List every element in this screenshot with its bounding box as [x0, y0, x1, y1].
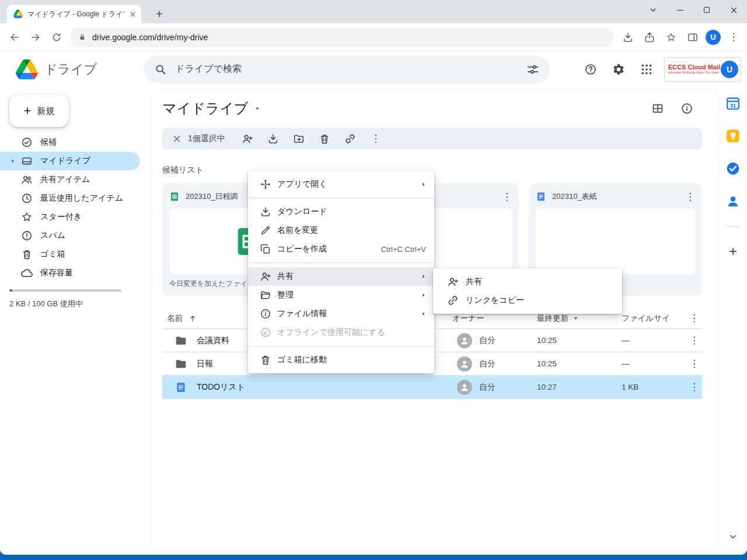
- browser-menu-kebab[interactable]: ⋮: [725, 29, 742, 46]
- reload-button[interactable]: [48, 29, 65, 46]
- column-header-owner[interactable]: オーナー: [452, 313, 537, 324]
- window-minimize-button[interactable]: [666, 0, 693, 20]
- tab-search-chevron[interactable]: [640, 0, 666, 20]
- table-row-selected[interactable]: TODOリスト 自分 10:27 1 KB ⋮: [162, 376, 702, 399]
- browser-toolbar: drive.google.com/drive/my-drive U ⋮: [0, 23, 747, 51]
- sidebar-item-spam[interactable]: スパム: [0, 226, 140, 245]
- address-bar[interactable]: drive.google.com/drive/my-drive: [70, 27, 613, 47]
- menu-item-share[interactable]: 共有: [248, 267, 434, 286]
- app-name: ドライブ: [44, 61, 97, 78]
- column-header-size[interactable]: ファイルサイ: [622, 313, 686, 324]
- menu-item-move-to-trash[interactable]: ゴミ箱に移動: [248, 351, 434, 369]
- sidebar-item-label: 最近使用したアイテム: [40, 193, 123, 204]
- owner-cell: 自分: [452, 380, 537, 395]
- folder-icon: [175, 335, 187, 346]
- sidebar-item-recent[interactable]: 最近使用したアイテム: [0, 189, 140, 208]
- copy-icon: [260, 243, 271, 255]
- owner-name: 自分: [479, 335, 495, 346]
- settings-gear-icon[interactable]: [608, 59, 629, 80]
- card-more-kebab[interactable]: ⋮: [685, 192, 695, 202]
- toolbar-trash-icon[interactable]: [312, 129, 337, 149]
- offline-check-icon: [260, 327, 271, 338]
- toolbar-move-icon[interactable]: [286, 129, 312, 149]
- google-apps-icon[interactable]: [636, 59, 657, 80]
- account-badge-subtitle: Information Technology Center, The Unive…: [668, 71, 719, 75]
- sort-ascending-icon[interactable]: [189, 314, 197, 323]
- search-options-icon[interactable]: [526, 63, 539, 76]
- grid-view-icon[interactable]: [651, 102, 664, 115]
- size-cell: 1 KB: [622, 383, 686, 391]
- window-maximize-button[interactable]: [693, 0, 720, 20]
- spam-alert-icon: [21, 230, 33, 242]
- table-settings-kebab[interactable]: ⋮: [686, 313, 702, 323]
- sidebar-item-label: スター付き: [40, 212, 82, 222]
- back-button[interactable]: [6, 29, 23, 46]
- card-thumbnail[interactable]: [536, 208, 695, 274]
- lock-icon[interactable]: [78, 33, 86, 41]
- menu-item-download[interactable]: ダウンロード: [248, 202, 434, 221]
- browser-tab[interactable]: マイドライブ - Google ドライブ: [7, 5, 141, 23]
- sidebar-item-shared[interactable]: 共有アイテム: [0, 170, 140, 189]
- clear-selection-icon[interactable]: [167, 129, 187, 149]
- details-info-icon[interactable]: [680, 102, 693, 115]
- keep-icon[interactable]: [725, 128, 741, 144]
- pencil-icon: [260, 225, 271, 236]
- drive-logo-wrap[interactable]: ドライブ: [16, 58, 144, 80]
- title-caret-down-icon[interactable]: [253, 104, 261, 113]
- toolbar-more-kebab[interactable]: ⋮: [363, 129, 389, 149]
- calendar-icon[interactable]: [725, 96, 741, 111]
- sidebar-item-my-drive[interactable]: マイドライブ: [0, 152, 140, 170]
- drive-search-bar[interactable]: ドライブで検索: [144, 55, 550, 83]
- menu-item-label: 共有: [277, 271, 414, 282]
- toolbar-actions: U ⋮: [619, 29, 742, 46]
- page-title[interactable]: マイドライブ: [162, 99, 261, 118]
- toolbar-download-icon[interactable]: [260, 129, 286, 149]
- window-close-button[interactable]: [720, 0, 747, 20]
- contacts-icon[interactable]: [725, 194, 741, 209]
- new-tab-button[interactable]: +: [151, 5, 168, 23]
- account-badge[interactable]: ECCS Cloud Mail Information Technology C…: [664, 57, 741, 82]
- toolbar-share-icon[interactable]: [235, 129, 260, 149]
- tab-close-icon[interactable]: [129, 10, 137, 18]
- submenu-item-copy-link[interactable]: リンクをコピー: [433, 291, 622, 310]
- sidebar-item-storage[interactable]: 保存容量: [0, 264, 140, 282]
- window-controls: [640, 0, 747, 20]
- sidebar-item-suggested[interactable]: 候補: [0, 133, 140, 152]
- caret-down-icon[interactable]: [572, 314, 580, 322]
- owner-name: 自分: [479, 382, 495, 393]
- side-panel-icon[interactable]: [684, 29, 701, 46]
- tasks-icon[interactable]: [725, 161, 741, 176]
- submenu-item-share[interactable]: 共有: [433, 272, 622, 291]
- nav-buttons: [6, 29, 65, 46]
- forward-button[interactable]: [27, 29, 44, 46]
- menu-item-rename[interactable]: 名前を変更: [248, 221, 434, 240]
- row-more-kebab[interactable]: ⋮: [686, 359, 702, 369]
- row-more-kebab[interactable]: ⋮: [686, 335, 702, 345]
- search-icon[interactable]: [154, 63, 167, 76]
- column-header-modified[interactable]: 最終更新: [537, 313, 622, 324]
- browser-profile-avatar[interactable]: U: [706, 30, 721, 45]
- sidebar-item-label: 保存容量: [40, 268, 73, 278]
- downloads-icon[interactable]: [619, 29, 637, 46]
- menu-item-open-with[interactable]: アプリで開く: [248, 175, 434, 194]
- menu-item-offline: オフラインで使用可能にする: [248, 323, 434, 342]
- share-page-icon[interactable]: [641, 29, 658, 46]
- row-more-kebab[interactable]: ⋮: [686, 382, 702, 392]
- hide-side-panel-chevron[interactable]: [719, 532, 747, 541]
- new-button[interactable]: + 新規: [9, 94, 69, 127]
- menu-item-file-info[interactable]: ファイル情報: [248, 304, 434, 323]
- sidebar-item-starred[interactable]: スター付き: [0, 208, 140, 226]
- url-text: drive.google.com/drive/my-drive: [92, 33, 208, 42]
- size-cell: —: [622, 359, 686, 368]
- toolbar-link-icon[interactable]: [337, 129, 363, 149]
- card-more-kebab[interactable]: ⋮: [502, 192, 512, 202]
- help-icon[interactable]: [580, 59, 601, 80]
- menu-item-make-copy[interactable]: コピーを作成 Ctrl+C Ctrl+V: [248, 240, 434, 258]
- expand-caret-icon[interactable]: [9, 158, 16, 164]
- add-addon-icon[interactable]: +: [729, 244, 737, 258]
- account-avatar[interactable]: U: [721, 61, 738, 78]
- menu-item-organize[interactable]: 整理: [248, 286, 434, 304]
- bookmark-star-icon[interactable]: [662, 29, 680, 46]
- sidebar-item-trash[interactable]: ゴミ箱: [0, 245, 140, 264]
- menu-item-label: 整理: [277, 290, 414, 300]
